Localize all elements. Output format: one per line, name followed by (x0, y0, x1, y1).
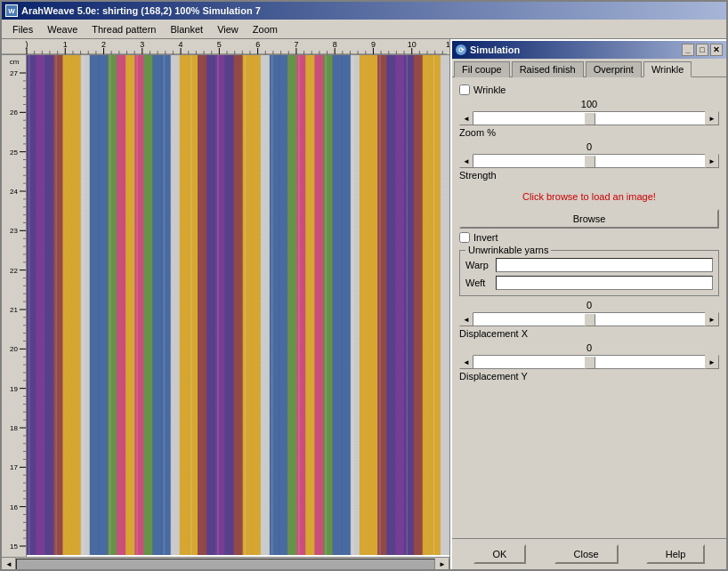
strength-slider-track[interactable] (473, 154, 705, 168)
svg-rect-203 (423, 55, 433, 555)
scroll-right-btn[interactable]: ► (435, 558, 449, 570)
simulation-panel: ⟳ Simulation _ □ ✕ Fil coupe Raised fini… (450, 39, 726, 569)
svg-rect-163 (152, 55, 162, 555)
zoom-slider-thumb[interactable] (585, 113, 595, 125)
ok-button[interactable]: OK (473, 544, 527, 564)
scroll-track-h[interactable] (16, 559, 435, 570)
warp-input[interactable] (496, 258, 713, 272)
browse-button[interactable]: Browse (459, 209, 719, 229)
svg-rect-198 (386, 55, 396, 555)
menu-blanket[interactable]: Blanket (163, 22, 210, 36)
svg-rect-189 (326, 55, 328, 555)
weft-label: Weft (465, 277, 492, 288)
menu-view[interactable]: View (210, 22, 246, 36)
bottom-scrollbar: ◄ ► (2, 557, 449, 569)
svg-rect-196 (377, 55, 387, 555)
sim-close-btn[interactable]: ✕ (710, 44, 723, 56)
wrinkle-checkbox[interactable] (459, 84, 470, 95)
svg-rect-200 (404, 55, 414, 555)
svg-rect-183 (287, 55, 297, 555)
sim-minimize-btn[interactable]: _ (682, 44, 694, 56)
svg-rect-199 (395, 55, 405, 555)
click-browse-message: Click browse to load an image! (459, 191, 719, 202)
ruler-top: /* ruler drawn via JS below */ )12345678… (2, 39, 449, 55)
sim-title-text: Simulation (470, 44, 682, 55)
ruler-left: cm27262524232221201918171615 (2, 55, 27, 557)
svg-rect-167 (180, 55, 190, 555)
unwrinkable-yarns-group: Unwrinkable yarns Warp Weft (459, 250, 719, 296)
help-button[interactable]: Help (646, 544, 706, 564)
strength-slider-row: ◄ ► (459, 154, 719, 168)
svg-rect-178 (252, 55, 262, 555)
zoom-value: 100 (459, 99, 719, 109)
svg-text:25: 25 (10, 149, 18, 157)
svg-rect-145 (28, 55, 30, 555)
strength-slider-left[interactable]: ◄ (459, 154, 473, 168)
svg-rect-172 (215, 55, 225, 555)
tab-wrinkle[interactable]: Wrinkle (643, 61, 692, 77)
disp-x-value: 0 (459, 300, 719, 310)
disp-y-slider-track[interactable] (473, 355, 705, 369)
svg-text:19: 19 (10, 385, 18, 393)
svg-text:8: 8 (333, 40, 337, 49)
svg-rect-176 (243, 55, 253, 555)
svg-rect-148 (53, 55, 63, 555)
invert-checkbox[interactable] (459, 232, 470, 243)
weft-input[interactable] (496, 276, 713, 290)
svg-rect-174 (224, 55, 234, 555)
svg-text:1: 1 (63, 40, 68, 49)
disp-y-slider-container: 0 ◄ ► Displacement Y (459, 342, 719, 382)
tab-fil-coupe[interactable]: Fil coupe (454, 61, 510, 77)
svg-rect-195 (368, 55, 378, 555)
svg-rect-161 (136, 55, 138, 555)
strength-slider-thumb[interactable] (585, 156, 595, 168)
disp-y-slider-thumb[interactable] (585, 357, 595, 369)
strength-value: 0 (459, 141, 719, 152)
svg-text:2: 2 (101, 40, 106, 49)
svg-text:): ) (26, 40, 28, 49)
disp-y-slider-left[interactable]: ◄ (459, 355, 473, 369)
svg-text:5: 5 (217, 40, 222, 49)
fabric-canvas (27, 55, 449, 557)
svg-rect-190 (333, 55, 343, 555)
svg-rect-181 (271, 55, 273, 555)
svg-rect-179 (261, 55, 271, 555)
menu-weave[interactable]: Weave (40, 22, 85, 36)
svg-rect-180 (270, 55, 279, 555)
sim-maximize-btn[interactable]: □ (696, 44, 708, 56)
svg-rect-158 (117, 55, 126, 555)
menu-zoom[interactable]: Zoom (246, 22, 285, 36)
weft-field-row: Weft (465, 276, 713, 290)
zoom-slider-track[interactable] (473, 111, 705, 125)
svg-rect-171 (206, 55, 216, 555)
tab-raised-finish[interactable]: Raised finish (512, 61, 584, 77)
svg-rect-150 (62, 55, 72, 555)
panel-content: Wrinkle 100 ◄ ► Zoom % 0 (452, 77, 726, 538)
svg-rect-197 (379, 55, 381, 555)
menu-thread-pattern[interactable]: Thread pattern (85, 22, 163, 36)
strength-slider-right[interactable]: ► (705, 154, 719, 168)
disp-x-slider-row: ◄ ► (459, 312, 719, 326)
sim-title-icon: ⟳ (456, 44, 466, 55)
tabs-bar: Fil coupe Raised finish Overprint Wrinkl… (452, 59, 726, 77)
scroll-left-btn[interactable]: ◄ (2, 558, 16, 570)
zoom-slider-right[interactable]: ► (705, 111, 719, 125)
svg-rect-202 (414, 55, 424, 555)
strength-slider-container: 0 ◄ ► Strength (459, 141, 719, 181)
svg-rect-204 (432, 55, 441, 555)
disp-x-label: Displacement X (459, 328, 719, 339)
svg-rect-191 (342, 55, 352, 555)
disp-y-slider-right[interactable]: ► (705, 355, 719, 369)
tab-overprint[interactable]: Overprint (586, 61, 642, 77)
disp-x-slider-track[interactable] (473, 312, 705, 326)
menu-files[interactable]: Files (5, 22, 40, 36)
svg-rect-146 (36, 55, 45, 555)
disp-x-slider-left[interactable]: ◄ (459, 312, 473, 326)
svg-text:16: 16 (10, 503, 18, 511)
disp-x-slider-right[interactable]: ► (705, 312, 719, 326)
svg-text:17: 17 (10, 463, 18, 471)
disp-x-slider-thumb[interactable] (585, 314, 595, 326)
close-button[interactable]: Close (554, 544, 619, 564)
svg-text:cm: cm (10, 58, 20, 66)
zoom-slider-left[interactable]: ◄ (459, 111, 473, 125)
